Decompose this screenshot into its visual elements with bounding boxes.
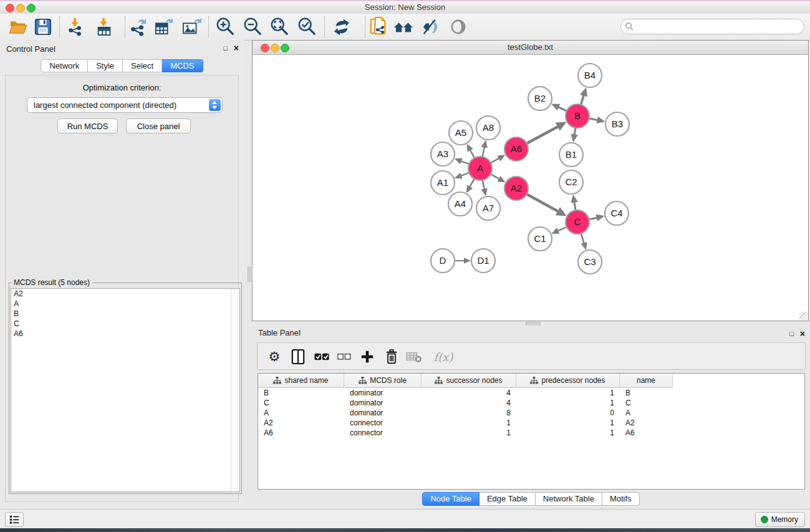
tab-style[interactable]: Style [88, 59, 123, 72]
node-C1[interactable]: C1 [528, 227, 552, 251]
edge-C-C4[interactable] [589, 218, 597, 220]
edge-A-A5[interactable] [470, 150, 475, 158]
refresh-icon[interactable] [331, 17, 352, 37]
node-C[interactable]: C [566, 210, 589, 234]
mcds-list-scrollbar[interactable] [231, 289, 239, 491]
edge-C-C1[interactable] [557, 227, 566, 231]
node-A8[interactable]: A8 [476, 116, 500, 140]
edge-B-B2[interactable] [558, 107, 567, 111]
control-panel-close-icon[interactable]: × [234, 44, 239, 52]
mcds-result-item[interactable]: A6 [11, 329, 239, 339]
tab-motifs[interactable]: Motifs [602, 492, 640, 506]
column-header-name[interactable]: name [620, 374, 673, 388]
column-header-predecessor-nodes[interactable]: predecessor nodes [516, 374, 620, 388]
node-B4[interactable]: B4 [578, 64, 602, 87]
edge-A-A3[interactable] [461, 161, 469, 164]
save-session-icon[interactable] [32, 17, 54, 37]
edge-A6-B[interactable] [527, 127, 559, 143]
edge-B-B1[interactable] [574, 128, 576, 135]
run-mcds-button[interactable]: Run MCDS [57, 118, 118, 133]
mcds-result-item[interactable]: A2 [11, 289, 239, 299]
add-row-icon[interactable] [358, 347, 377, 366]
node-B3[interactable]: B3 [605, 112, 629, 136]
deselect-all-icon[interactable] [335, 347, 354, 366]
show-columns-icon[interactable] [289, 347, 307, 366]
zoom-out-icon[interactable] [242, 17, 263, 37]
control-panel-float-icon[interactable]: □ [223, 44, 228, 52]
edge-A2-C[interactable] [527, 194, 559, 211]
function-builder-icon[interactable]: f(x) [431, 347, 456, 366]
node-C2[interactable]: C2 [559, 170, 583, 194]
network-zoom-traffic-light[interactable] [281, 44, 289, 52]
table-row[interactable]: A2connector11A2 [258, 418, 804, 428]
vertical-splitter-handle[interactable] [248, 267, 253, 282]
mcds-result-item[interactable]: A [11, 299, 239, 309]
export-image-icon[interactable] [181, 17, 202, 37]
edge-B-B4[interactable] [581, 95, 584, 105]
node-B[interactable]: B [566, 104, 589, 128]
node-A[interactable]: A [468, 157, 492, 180]
column-header-mcds-role[interactable]: MCDS role [344, 374, 422, 388]
network-close-traffic-light[interactable] [261, 44, 269, 52]
edge-C-C3[interactable] [581, 233, 584, 243]
close-traffic-light[interactable] [6, 4, 14, 12]
zoom-fit-icon[interactable] [269, 17, 290, 37]
duplicate-network-icon[interactable] [368, 17, 389, 37]
tab-network-table[interactable]: Network Table [536, 492, 602, 506]
node-A2[interactable]: A2 [504, 177, 528, 200]
open-session-icon[interactable] [7, 17, 29, 37]
graphics-details-icon[interactable] [420, 17, 441, 37]
node-C3[interactable]: C3 [578, 250, 602, 274]
edge-A-A6[interactable] [491, 158, 499, 163]
zoom-traffic-light[interactable] [27, 4, 36, 12]
column-header-successor-nodes[interactable]: successor nodes [422, 374, 516, 388]
node-D[interactable]: D [431, 249, 455, 273]
node-A6[interactable]: A6 [504, 137, 528, 161]
tab-select[interactable]: Select [123, 59, 162, 72]
select-all-icon[interactable] [312, 347, 331, 366]
edge-B-B3[interactable] [589, 118, 598, 120]
network-minimize-traffic-light[interactable] [271, 44, 279, 52]
zoom-in-icon[interactable] [215, 17, 236, 37]
edge-A-A2[interactable] [491, 174, 499, 179]
import-table-icon[interactable] [94, 17, 115, 37]
eye-icon[interactable] [448, 17, 469, 37]
table-row[interactable]: Cdominator41C [258, 398, 804, 408]
node-C4[interactable]: C4 [605, 201, 629, 225]
node-A7[interactable]: A7 [476, 196, 500, 220]
node-A5[interactable]: A5 [449, 121, 473, 145]
close-panel-button[interactable]: Close panel [126, 118, 191, 133]
table-panel-float-icon[interactable]: □ [789, 329, 794, 338]
edge-A-A7[interactable] [483, 180, 485, 190]
table-row[interactable]: Bdominator41B [258, 388, 804, 398]
network-window-titlebar[interactable]: testGlobe.txt [253, 41, 808, 55]
criterion-select[interactable]: largest connected component (directed) [27, 97, 223, 113]
mcds-result-item[interactable]: B [11, 309, 239, 319]
edge-A-A1[interactable] [461, 173, 469, 176]
table-row[interactable]: Adominator80A [258, 408, 804, 418]
node-A4[interactable]: A4 [448, 192, 472, 216]
home-views-icon[interactable] [393, 17, 414, 37]
table-panel-close-icon[interactable]: × [800, 329, 805, 338]
table-row[interactable]: A6connector11A6 [258, 428, 804, 438]
tab-edge-table[interactable]: Edge Table [480, 492, 536, 506]
tab-node-table[interactable]: Node Table [422, 492, 480, 506]
gear-icon[interactable]: ⚙ [265, 347, 284, 366]
node-B1[interactable]: B1 [559, 143, 583, 167]
window-resize-grip[interactable] [799, 312, 808, 320]
node-B2[interactable]: B2 [528, 87, 552, 110]
memory-button[interactable]: Memory [755, 512, 805, 527]
network-canvas[interactable]: AA1A2A3A4A5A6A7A8BB1B2B3B4CC1C2C3C4DD1 [253, 55, 808, 321]
trash-icon[interactable] [382, 347, 401, 366]
tab-mcds[interactable]: MCDS [162, 59, 203, 72]
zoom-selected-icon[interactable] [296, 17, 317, 37]
edge-C-C2[interactable] [574, 202, 576, 211]
task-history-button[interactable] [5, 512, 24, 527]
search-input[interactable] [620, 19, 804, 34]
edge-A-A4[interactable] [470, 179, 475, 187]
import-network-icon[interactable] [65, 17, 86, 37]
node-A1[interactable]: A1 [431, 171, 455, 195]
minimize-traffic-light[interactable] [16, 4, 25, 12]
node-D1[interactable]: D1 [471, 249, 495, 273]
node-A3[interactable]: A3 [431, 142, 455, 166]
